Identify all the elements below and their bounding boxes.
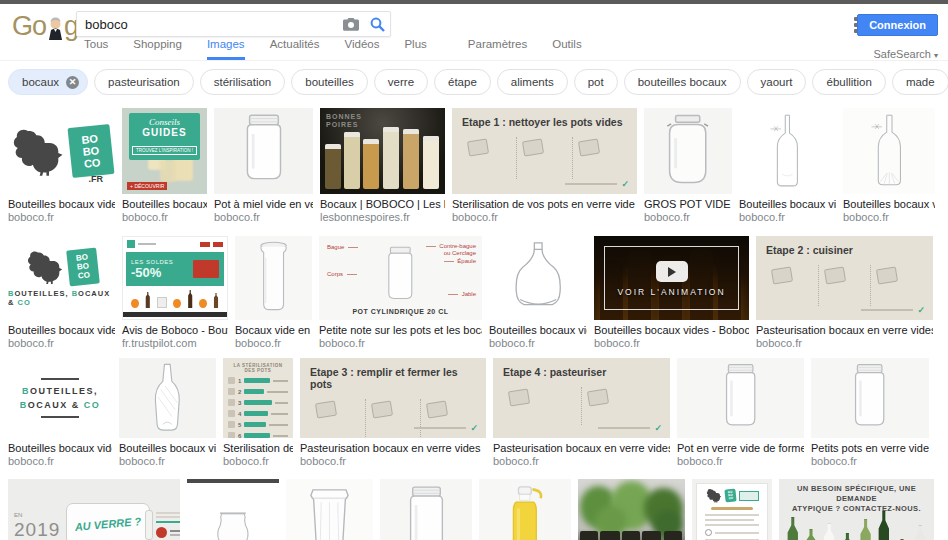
result-tile[interactable]: Bouteilles bocaux vides - B...boboco.fr: [843, 108, 935, 224]
filter-chip-pot[interactable]: pot: [574, 69, 618, 95]
result-image[interactable]: Etape 1 : nettoyer les pots vides✓: [452, 108, 637, 194]
result-image[interactable]: BOBOCOBOUTEILLES, BOCAUX & CO: [8, 236, 115, 320]
result-title[interactable]: Bouteilles bocaux vides - Boboco: [8, 324, 115, 337]
result-image[interactable]: Etape 2 : cuisiner✓: [756, 236, 933, 320]
result-title[interactable]: Bouteilles bocaux vides - B...: [739, 198, 836, 211]
result-tile[interactable]: GROS POT VIDE EN VERR...boboco.fr: [644, 108, 732, 224]
result-tile[interactable]: Bouteilles bocaux vides - Bobocoboboco.f…: [489, 236, 587, 350]
result-image[interactable]: [479, 479, 571, 540]
result-image[interactable]: Etape 4 : pasteuriser✓: [493, 358, 670, 438]
result-image[interactable]: [578, 479, 685, 540]
camera-icon[interactable]: [338, 12, 364, 36]
result-image[interactable]: LES SOLDES-50%: [122, 236, 228, 320]
result-tile[interactable]: [479, 479, 571, 540]
result-image[interactable]: UN BESOIN SPÉCIFIQUE, UNE DEMANDEATYPIQU…: [779, 479, 934, 540]
filter-chip-ébullition[interactable]: ébullition: [812, 69, 885, 95]
tab-plus[interactable]: Plus: [404, 38, 426, 60]
filter-chip-aliments[interactable]: aliments: [497, 69, 568, 95]
result-title[interactable]: Pasteurisation bocaux en verre vides: [300, 442, 486, 455]
tab-shopping[interactable]: Shopping: [133, 38, 182, 60]
result-image[interactable]: BOBOCO.FR: [8, 108, 115, 194]
result-image[interactable]: [235, 236, 312, 320]
filter-chip-bouteilles[interactable]: bouteilles: [291, 69, 368, 95]
result-tile[interactable]: Bouteilles bocaux vides - Bobocoboboco.f…: [119, 358, 216, 468]
result-tile[interactable]: LA STÉRILISATION DES POTS1234567Sterilis…: [223, 358, 293, 468]
tab-images[interactable]: Images: [207, 38, 245, 60]
video-thumbnail-image[interactable]: VOIR L'ANIMATION: [594, 236, 749, 320]
result-tile[interactable]: LES SOLDES-50%Avis de Boboco - Bouteille…: [122, 236, 228, 350]
result-tile[interactable]: BONNESPOIRESBocaux | BOBOCO | Les bonnes…: [320, 108, 445, 224]
result-tile[interactable]: BOBOCOBOUTEILLES, BOCAUX & COBouteilles …: [8, 236, 115, 350]
result-image[interactable]: [489, 236, 587, 320]
result-tile[interactable]: Pot à miel vide en verre liss...boboco.f…: [214, 108, 313, 224]
result-tile[interactable]: Bocaux vide en verre de for...boboco.fr: [235, 236, 312, 350]
result-image[interactable]: [380, 479, 472, 540]
result-tile[interactable]: Etape 1 : nettoyer les pots vides✓Steril…: [452, 108, 637, 224]
result-title[interactable]: GROS POT VIDE EN VERR...: [644, 198, 732, 211]
result-tile[interactable]: Bague Corps Contre-bague ou Cerclage Épa…: [319, 236, 482, 350]
result-title[interactable]: Petits pots en verre vides cylindrique..…: [811, 442, 929, 455]
result-title[interactable]: Avis de Boboco - Bouteilles, Boc...: [122, 324, 228, 337]
filter-chip-stérilisation[interactable]: stérilisation: [200, 69, 286, 95]
result-image[interactable]: [739, 108, 836, 194]
filter-chip-bouteilles-bocaux[interactable]: bouteilles bocaux: [624, 69, 741, 95]
result-tile[interactable]: ConseilsGUIDESTROUVEZ L'INSPIRATION !+ D…: [122, 108, 207, 224]
result-image[interactable]: [644, 108, 732, 194]
result-title[interactable]: Bouteilles bocaux vides - Boboco: [489, 324, 587, 337]
result-image[interactable]: VOIR L'ANIMATION: [594, 236, 749, 320]
result-tile[interactable]: Etape 4 : pasteuriser✓Pasteurisation boc…: [493, 358, 670, 468]
result-tile[interactable]: BOBOCO: [692, 479, 772, 540]
signin-button[interactable]: Connexion: [857, 14, 938, 36]
result-title[interactable]: Petite note sur les pots et les bocaux -…: [319, 324, 482, 337]
result-title[interactable]: Pot à miel vide en verre liss...: [214, 198, 313, 211]
search-submit-icon[interactable]: [364, 12, 390, 36]
filter-chip-bocaux[interactable]: bocaux✕: [8, 69, 88, 95]
result-tile[interactable]: EN2019ON SE MET...AU VERRE ?: [8, 479, 180, 540]
search-input[interactable]: [77, 17, 338, 32]
tab-actualités[interactable]: Actualités: [270, 38, 320, 60]
result-image[interactable]: BONNESPOIRES: [320, 108, 445, 194]
result-title[interactable]: Bouteilles bocaux vides - Boboco: [8, 198, 115, 211]
result-tile[interactable]: UN BESOIN SPÉCIFIQUE, UNE DEMANDEATYPIQU…: [779, 479, 934, 540]
result-image[interactable]: EN2019ON SE MET...AU VERRE ?: [8, 479, 180, 540]
result-title[interactable]: Bouteilles bocaux vides - Boboco: [119, 442, 216, 455]
result-tile[interactable]: Pot en verre vide de forme cylindriqu...…: [677, 358, 804, 468]
result-tile[interactable]: VOIR L'ANIMATIONBouteilles bocaux vides …: [594, 236, 749, 350]
tab-tous[interactable]: Tous: [84, 38, 108, 60]
result-image[interactable]: [843, 108, 935, 194]
result-title[interactable]: Bocaux | BOBOCO | Les bonnes poires -...: [320, 198, 445, 211]
result-tile[interactable]: [286, 479, 373, 540]
remove-filter-icon[interactable]: ✕: [66, 76, 79, 89]
result-title[interactable]: Bouteilles bocaux vides - B...: [843, 198, 935, 211]
result-image[interactable]: [286, 479, 373, 540]
result-image[interactable]: [119, 358, 216, 438]
result-image[interactable]: Bague Corps Contre-bague ou Cerclage Épa…: [319, 236, 482, 320]
result-image[interactable]: [811, 358, 929, 438]
result-image[interactable]: ConseilsGUIDESTROUVEZ L'INSPIRATION !+ D…: [122, 108, 207, 194]
result-title[interactable]: Pasteurisation bocaux en verre vides: [493, 442, 670, 455]
result-image[interactable]: Etape 3 : remplir et fermer les pots✓: [300, 358, 486, 438]
result-title[interactable]: Sterilisation de vos pots en verre vide: [452, 198, 637, 211]
result-tile[interactable]: Etape 3 : remplir et fermer les pots✓Pas…: [300, 358, 486, 468]
filter-chip-yaourt[interactable]: yaourt: [747, 69, 807, 95]
result-image[interactable]: [187, 479, 279, 540]
result-title[interactable]: Bocaux vide en verre de for...: [235, 324, 312, 337]
result-title[interactable]: Bouteilles bocaux vides - Boboco: [594, 324, 749, 337]
result-image[interactable]: [677, 358, 804, 438]
result-title[interactable]: Pasteurisation bocaux en verre vides: [756, 324, 933, 337]
filter-chip-pasteurisation[interactable]: pasteurisation: [94, 69, 194, 95]
tab-vidéos[interactable]: Vidéos: [344, 38, 379, 60]
filter-chip-verre[interactable]: verre: [374, 69, 428, 95]
result-image[interactable]: [214, 108, 313, 194]
result-tile[interactable]: Etape 2 : cuisiner✓Pasteurisation bocaux…: [756, 236, 933, 350]
result-image[interactable]: BOBOCO: [692, 479, 772, 540]
result-title[interactable]: Pot en verre vide de forme cylindriqu...: [677, 442, 804, 455]
result-tile[interactable]: Bouteilles bocaux vides - B...boboco.fr: [739, 108, 836, 224]
result-image[interactable]: LA STÉRILISATION DES POTS1234567: [223, 358, 293, 438]
result-tile[interactable]: [187, 479, 279, 540]
result-title[interactable]: Bouteilles bocaux vides - B...: [8, 442, 112, 455]
result-tile[interactable]: [578, 479, 685, 540]
tab-outils[interactable]: Outils: [552, 38, 581, 60]
filter-chip-étape[interactable]: étape: [434, 69, 491, 95]
safesearch-toggle[interactable]: SafeSearch ▾: [873, 48, 938, 60]
